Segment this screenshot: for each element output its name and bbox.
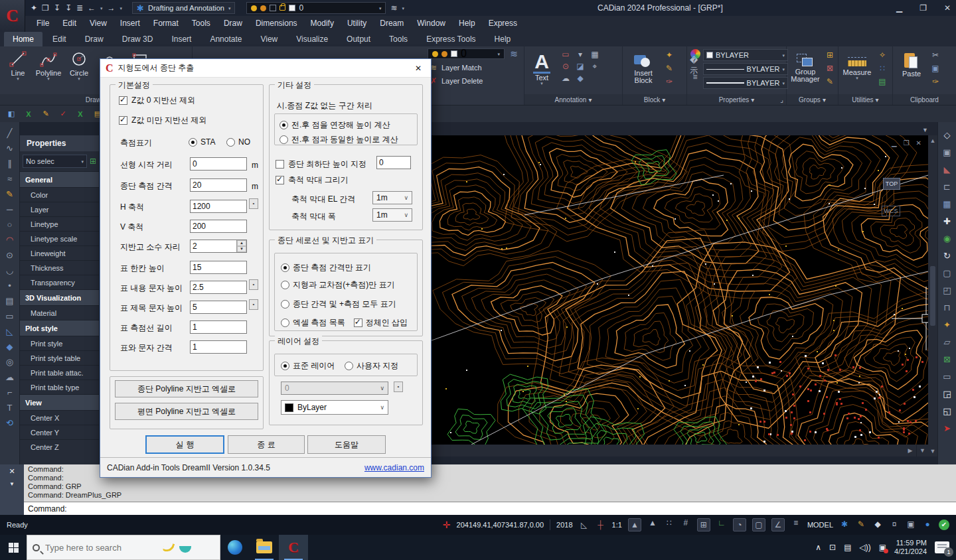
modify-tool-icon[interactable]: ▣ [940,145,955,159]
profile-excel-button[interactable]: 종단 Polyline 지반고 엑셀로 [115,380,258,397]
toolbar-icon[interactable]: X [23,108,35,120]
search-input[interactable] [45,543,158,553]
menu-item[interactable]: Format [147,17,185,29]
draw-tool-icon[interactable]: T [3,401,17,415]
ribbon-layer-combo[interactable]: 0 ▾ [428,48,505,59]
interval-input[interactable] [190,178,247,192]
toolbar-icon[interactable]: ✓ [57,108,69,120]
property-row[interactable]: Print table type [20,380,99,394]
new-file-icon[interactable]: ✦ [31,3,37,13]
hatch-icon[interactable]: ◪ [574,61,587,72]
redo-icon[interactable]: → [108,3,116,13]
lineweight-combo[interactable]: BYLAYER ▾ [703,77,788,89]
ribbon-tab[interactable]: View [252,32,286,46]
station-sta-option[interactable]: STA [189,137,215,147]
min-height-row[interactable]: 종단 최하단 높이 지정 [276,159,366,170]
status-toggle-icon[interactable]: ▲ [647,518,658,531]
menu-item[interactable]: File [31,17,55,29]
draw-tool-icon[interactable]: ≈ [3,172,17,186]
open-file-icon[interactable]: ❒ [42,3,49,13]
ribbon-tab[interactable]: Output [338,32,379,46]
scalebar-row[interactable]: 축척 막대 그리기 [276,175,349,186]
groups-panel-label[interactable]: Groups▾ [787,94,838,105]
dialog-close-icon[interactable]: ✕ [411,62,426,74]
qat-customize-icon[interactable]: ▾ [402,7,405,10]
property-row[interactable]: Linetype [20,216,99,231]
exclude-z0-row[interactable]: Z값 0 지반선 제외 [119,95,195,106]
station-line-length-input[interactable] [190,320,247,334]
menu-item[interactable]: Help [453,17,481,29]
draw-tool-icon[interactable]: ╱ [3,126,17,140]
table-text-gap-input[interactable] [190,340,247,354]
group-edit-icon[interactable]: ✎ [823,76,836,87]
excel-list-option[interactable]: 엑셀 측점 목록 정체인 삽입 [281,317,408,328]
layers-icon[interactable]: ≋ [507,48,520,59]
scalebar-el-combo[interactable]: 1m∨ [372,191,412,204]
property-row[interactable]: Linetype scale [20,231,99,245]
save-as-icon[interactable]: ↧ [65,3,72,13]
toolbar-icon[interactable]: ◧ [5,108,17,120]
status-toggle-icon[interactable]: ∟ [716,518,727,531]
both-radio[interactable] [281,300,289,309]
modify-tool-icon[interactable]: ▭ [940,369,955,384]
table-icon[interactable]: ▦ [588,49,601,60]
modify-tool-icon[interactable]: ✦ [940,317,955,332]
row-height-input[interactable] [190,261,247,274]
ribbon-tab[interactable]: Home [4,32,42,46]
modify-tool-icon[interactable]: ⊏ [940,179,955,194]
vp-minimize-icon[interactable]: ▁ [892,139,897,147]
section-view[interactable]: View [20,394,99,410]
draw-tool-icon[interactable]: ◡ [3,263,17,277]
undo-caret-icon[interactable]: ▾ [100,7,103,10]
tab-list-caret-icon[interactable]: ▼ [922,127,928,133]
cut-icon[interactable]: ✂ [929,50,942,60]
draw-tool-icon[interactable]: • [3,279,17,293]
status-toggle-icon[interactable]: # [680,518,691,531]
content-text-pick-button[interactable]: • [249,279,258,290]
draw-tool-icon[interactable]: ∿ [3,141,17,155]
both-option[interactable]: 종단 간격 및 +측점 모두 표기 [281,299,396,310]
status-tool-icon[interactable]: ● [922,520,933,530]
modify-tool-icon[interactable]: ▱ [940,334,955,349]
vp-restore-icon[interactable]: ❐ [904,139,910,147]
copy-icon[interactable]: ▣ [929,63,942,74]
status-tool-icon[interactable]: ¤ [889,520,900,530]
status-toggle-icon[interactable]: ∷ [664,518,675,531]
properties-panel-label[interactable]: Properties▾⌟ [687,94,786,105]
status-toggle-icon[interactable]: ◔ [733,518,746,531]
vscroll-thumb[interactable] [930,266,935,326]
property-row[interactable]: Center Y [20,425,99,439]
cadian-link[interactable]: www.cadian.com [364,463,424,472]
station-no-option[interactable]: NO [226,137,250,147]
annotation-scale[interactable]: 1:1 [612,521,622,529]
draw-tool-icon[interactable]: ⊙ [3,248,17,262]
property-row[interactable]: Print table attac. [20,365,99,380]
volume-icon[interactable]: ◁)) [859,543,870,552]
user-layer-radio[interactable] [345,362,353,370]
same-height-radio[interactable] [279,135,288,144]
scalebar-checkbox[interactable] [276,176,284,184]
status-toggle-icon[interactable]: ◺ [579,520,590,529]
draw-tool-icon[interactable]: ⟲ [3,416,17,430]
property-row[interactable]: Material [20,305,99,320]
status-tool-icon[interactable]: ✎ [856,520,866,530]
modify-tool-icon[interactable]: ⊓ [940,300,955,315]
property-row[interactable]: Print style [20,336,99,350]
standard-layer-radio[interactable] [281,362,289,370]
restore-button[interactable]: ❐ [919,3,927,13]
command-input[interactable]: Command: [24,502,956,515]
layer-pick-button[interactable]: • [394,382,403,392]
user-layer-option[interactable]: 사용자 지정 [345,360,398,372]
draw-tool-icon[interactable]: ◎ [3,355,17,369]
scroll-up-icon[interactable]: ▲ [928,137,937,145]
wipeout-icon[interactable]: ◆ [574,73,587,84]
command-close-icon[interactable]: ✕ [9,467,15,476]
ribbon-tab[interactable]: Draw 3D [114,32,162,46]
min-height-checkbox[interactable] [276,160,284,169]
polyline-tool[interactable]: Polyline▾ [33,46,64,80]
menu-item[interactable]: Utility [341,17,372,29]
chevron-down-icon[interactable]: ▾ [379,7,382,10]
layer-name-combo[interactable]: 0∨ [281,382,388,395]
ribbon-tab[interactable]: Edit [44,32,75,46]
quick-select-icon[interactable]: ✧ [876,50,889,60]
